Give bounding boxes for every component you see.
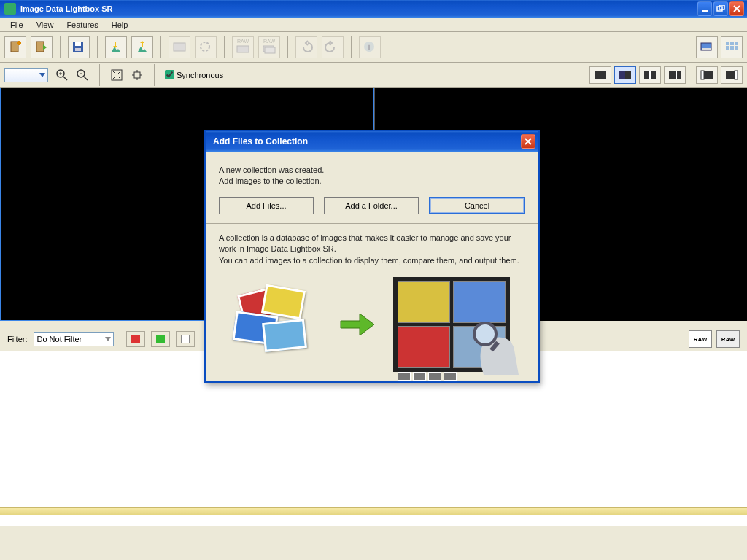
svg-rect-36 (701, 71, 704, 79)
add-files-button[interactable]: Add Files... (219, 197, 314, 214)
svg-rect-35 (676, 71, 677, 79)
svg-rect-39 (735, 71, 738, 79)
close-button[interactable] (729, 1, 744, 16)
synchronous-checkbox[interactable]: Synchronous (165, 70, 223, 79)
save-button[interactable] (68, 36, 90, 58)
svg-point-9 (201, 42, 209, 51)
open-collection-button[interactable] (31, 36, 53, 58)
svg-rect-34 (673, 71, 673, 79)
flag-green-button[interactable] (151, 331, 170, 347)
toolbar-separator (97, 36, 98, 58)
add-files-dialog: Add Files to Collection A new collection… (204, 130, 540, 383)
menu-features[interactable]: Features (61, 19, 104, 31)
flag-red-button[interactable] (126, 331, 145, 347)
filter-value: Do Not Filter (37, 335, 82, 343)
svg-rect-26 (134, 72, 140, 78)
dialog-title: Add Files to Collection (209, 136, 521, 147)
restore-button[interactable] (713, 1, 728, 16)
dialog-close-button[interactable] (521, 134, 535, 149)
svg-rect-30 (644, 71, 650, 79)
image-button (169, 36, 190, 58)
toolbar-separator (287, 36, 288, 58)
import-button[interactable] (105, 36, 127, 58)
svg-rect-16 (702, 48, 711, 50)
zoom-out-icon[interactable] (76, 69, 89, 82)
filter-label: Filter: (7, 335, 28, 343)
svg-rect-10 (237, 46, 249, 52)
svg-rect-31 (650, 71, 656, 79)
zoom-toolbar: Synchronous (0, 63, 747, 88)
export-button[interactable] (131, 36, 153, 58)
layout-split3-button[interactable] (664, 66, 686, 84)
photo-pile-icon (234, 284, 322, 365)
toolbar-separator (160, 36, 161, 58)
svg-text:i: i (368, 42, 370, 51)
process-button (195, 36, 217, 58)
svg-rect-7 (75, 48, 81, 51)
menu-help[interactable]: Help (106, 19, 134, 31)
new-collection-button[interactable] (4, 36, 26, 58)
dialog-info-line2: You can add images to a collection to di… (219, 255, 525, 266)
svg-rect-27 (595, 71, 606, 79)
window-titlebar: Image Data Lightbox SR (0, 0, 747, 18)
add-folder-button[interactable]: Add a Folder... (324, 197, 419, 214)
layout-single-button[interactable] (589, 66, 611, 84)
layout-split2b-button[interactable] (639, 66, 661, 84)
menu-view[interactable]: View (31, 19, 60, 31)
svg-rect-4 (36, 42, 44, 52)
svg-rect-37 (704, 71, 713, 79)
fit-screen-icon[interactable] (110, 69, 123, 82)
synchronous-input[interactable] (165, 70, 174, 79)
menu-file[interactable]: File (4, 19, 29, 31)
svg-rect-22 (735, 46, 738, 50)
svg-rect-20 (726, 46, 729, 50)
menubar: File View Features Help (0, 18, 747, 32)
svg-rect-19 (735, 42, 738, 45)
raw-mode-b-button[interactable]: RAW (716, 330, 740, 348)
zoom-select[interactable] (4, 68, 48, 82)
zoom-in-icon[interactable] (55, 69, 69, 82)
toolbar-separator (351, 36, 352, 58)
svg-rect-29 (625, 71, 631, 79)
svg-rect-18 (730, 42, 734, 45)
minimize-button[interactable] (697, 1, 712, 16)
cancel-button[interactable]: Cancel (429, 197, 525, 214)
view-mode-single-button[interactable] (696, 36, 718, 58)
toolbar-separator (224, 36, 225, 58)
dialog-message: A new collection was created. Add images… (219, 165, 525, 187)
dialog-titlebar[interactable]: Add Files to Collection (206, 131, 538, 152)
actual-size-icon[interactable] (131, 69, 144, 82)
dialog-info-line1: A collection is a database of images tha… (219, 233, 525, 254)
dialog-msg-line2: Add images to the collection. (219, 176, 525, 187)
svg-rect-38 (726, 71, 735, 79)
svg-rect-17 (726, 42, 729, 45)
flag-clear-button[interactable] (176, 331, 195, 347)
svg-rect-6 (75, 42, 81, 46)
layout-split2-button[interactable] (614, 66, 636, 84)
filter-select[interactable]: Do Not Filter (34, 332, 114, 346)
svg-point-40 (474, 323, 496, 345)
svg-rect-32 (649, 71, 651, 79)
svg-rect-33 (669, 71, 681, 79)
main-toolbar: RAW RAW i (0, 32, 747, 63)
raw-process-button: RAW (232, 36, 254, 58)
raw-mode-a-button[interactable]: RAW (689, 330, 712, 348)
dialog-illustration (219, 273, 525, 376)
arrow-right-icon (339, 312, 376, 337)
toolbar-separator (99, 64, 100, 86)
svg-rect-21 (730, 46, 734, 50)
dialog-msg-line1: A new collection was created. (219, 165, 525, 176)
svg-rect-28 (619, 71, 625, 79)
svg-rect-0 (702, 10, 708, 12)
raw-batch-button: RAW (258, 36, 280, 58)
layout-panel-right-button[interactable] (721, 66, 743, 84)
rotate-left-button (295, 36, 317, 58)
rotate-right-button (322, 36, 344, 58)
dialog-info: A collection is a database of images tha… (219, 233, 525, 267)
app-icon (4, 3, 16, 15)
view-mode-grid-button[interactable] (721, 36, 743, 58)
toolbar-separator (154, 64, 155, 86)
layout-panel-left-button[interactable] (696, 66, 718, 84)
status-strip (0, 508, 747, 515)
svg-rect-8 (174, 43, 185, 51)
